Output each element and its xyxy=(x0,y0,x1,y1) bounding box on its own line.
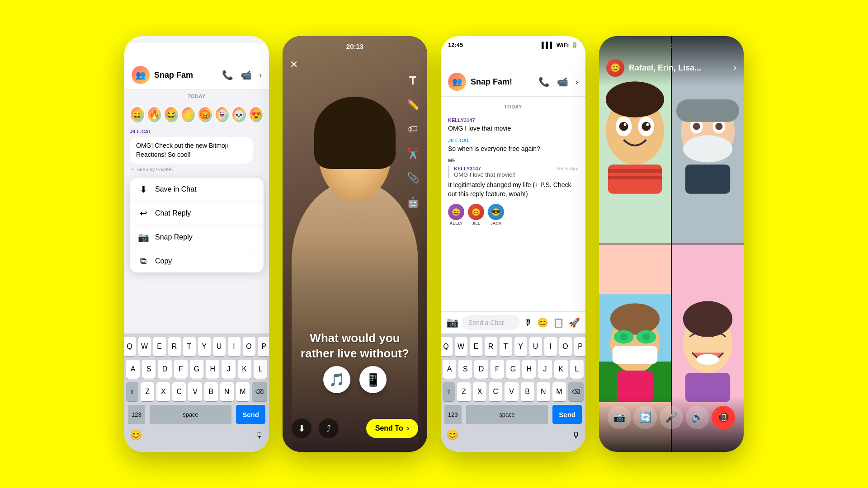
p3-key-u[interactable]: U xyxy=(529,337,542,356)
p3-space-key[interactable]: space xyxy=(466,405,548,424)
emoji-key[interactable]: 😊 xyxy=(130,429,142,441)
key-x[interactable]: X xyxy=(156,382,170,401)
p3-key-q[interactable]: Q xyxy=(441,337,453,356)
key-i[interactable]: I xyxy=(228,337,241,356)
p3-mic-key[interactable]: 🎙 xyxy=(572,431,580,440)
save-in-chat-option[interactable]: ⬇ Save in Chat xyxy=(130,178,264,202)
p3-key-x[interactable]: X xyxy=(473,382,486,401)
key-d[interactable]: D xyxy=(158,360,171,379)
p3-key-d[interactable]: D xyxy=(474,360,488,379)
mic-input-icon[interactable]: 🎙 xyxy=(524,318,533,328)
key-o[interactable]: O xyxy=(243,337,255,356)
call-chevron[interactable]: › xyxy=(733,62,736,74)
download-button[interactable]: ⬇ xyxy=(292,418,311,438)
key-s[interactable]: S xyxy=(142,360,156,379)
key-r[interactable]: R xyxy=(168,337,181,356)
key-t[interactable]: T xyxy=(183,337,196,356)
p3-key-n[interactable]: N xyxy=(537,382,550,401)
p3-key-g[interactable]: G xyxy=(506,360,520,379)
sticker-input-icon[interactable]: 📋 xyxy=(553,317,564,328)
p3-key-p[interactable]: P xyxy=(574,337,586,356)
phone3-video-icon[interactable]: 📹 xyxy=(557,76,568,87)
choice-phone[interactable]: 📱 xyxy=(359,366,387,393)
phone3-chevron[interactable]: › xyxy=(576,77,578,87)
video-icon[interactable]: 📹 xyxy=(241,70,252,80)
p3-num-key[interactable]: 123 xyxy=(444,405,462,424)
jack-avatar: 😎 xyxy=(488,204,504,220)
p3-key-l[interactable]: L xyxy=(570,360,584,379)
p3-key-v[interactable]: V xyxy=(505,382,518,401)
num-key[interactable]: 123 xyxy=(128,405,145,424)
p3-shift-key[interactable]: ⇧ xyxy=(443,382,455,401)
key-w[interactable]: W xyxy=(138,337,151,356)
key-z[interactable]: Z xyxy=(141,382,154,401)
snap-reply-option[interactable]: 📷 Snap Reply xyxy=(130,225,264,249)
chat-reply-option[interactable]: ↩ Chat Reply xyxy=(130,202,264,225)
p3-key-c[interactable]: C xyxy=(489,382,502,401)
header-icons: 📞 📹 › xyxy=(222,70,262,80)
p3-key-r[interactable]: R xyxy=(485,337,497,356)
share-button[interactable]: ⤴ xyxy=(319,418,339,438)
key-k[interactable]: K xyxy=(238,360,251,379)
end-call-button[interactable]: 📵 xyxy=(712,406,735,429)
p3-key-y[interactable]: Y xyxy=(514,337,527,356)
key-q[interactable]: Q xyxy=(124,337,136,356)
p3-key-k[interactable]: K xyxy=(554,360,568,379)
key-m[interactable]: M xyxy=(236,382,250,401)
choice-music[interactable]: 🎵 xyxy=(323,366,350,393)
close-button[interactable]: ✕ xyxy=(290,59,298,70)
signal-icon: ▌▌▌ xyxy=(542,42,554,48)
key-y[interactable]: Y xyxy=(198,337,211,356)
p3-backspace-key[interactable]: ⌫ xyxy=(568,382,584,401)
p3-key-h[interactable]: H xyxy=(522,360,536,379)
p3-key-j[interactable]: J xyxy=(538,360,552,379)
key-h[interactable]: H xyxy=(206,360,219,379)
mic-key[interactable]: 🎙 xyxy=(255,431,264,440)
camera-toggle-button[interactable]: 📷 xyxy=(608,406,631,429)
key-p[interactable]: P xyxy=(258,337,269,356)
mute-button[interactable]: 🎤 xyxy=(660,406,683,429)
call-icon[interactable]: 📞 xyxy=(222,70,233,80)
key-f[interactable]: F xyxy=(174,360,188,379)
p3-key-f[interactable]: F xyxy=(491,360,504,379)
p3-key-a[interactable]: A xyxy=(443,360,456,379)
send-key[interactable]: Send xyxy=(236,405,265,424)
shift-key[interactable]: ⇧ xyxy=(126,382,138,401)
mute-icon: 🎤 xyxy=(665,412,677,423)
call-controls: 📷 🔄 🎤 🔊 📵 xyxy=(599,397,744,452)
p3-send-key[interactable]: Send xyxy=(552,405,582,424)
chat-input-box[interactable]: Send a Chat xyxy=(462,315,520,330)
p3-key-e[interactable]: E xyxy=(470,337,482,356)
space-key[interactable]: space xyxy=(150,405,232,424)
rocket-input-icon[interactable]: 🚀 xyxy=(569,317,580,328)
p3-key-t[interactable]: T xyxy=(500,337,512,356)
chevron-icon[interactable]: › xyxy=(259,70,262,80)
p3-key-s[interactable]: S xyxy=(458,360,472,379)
send-to-button[interactable]: Send To › xyxy=(366,419,418,438)
key-j[interactable]: J xyxy=(222,360,235,379)
p3-key-m[interactable]: M xyxy=(552,382,566,401)
p3-key-i[interactable]: I xyxy=(544,337,557,356)
copy-option[interactable]: ⧉ Copy xyxy=(130,249,264,272)
p3-key-z[interactable]: Z xyxy=(457,382,471,401)
key-u[interactable]: U xyxy=(213,337,226,356)
key-b[interactable]: B xyxy=(204,382,218,401)
key-g[interactable]: G xyxy=(190,360,203,379)
key-l[interactable]: L xyxy=(254,360,267,379)
emoji-input-icon[interactable]: 😊 xyxy=(537,317,548,328)
p3-emoji-key[interactable]: 😊 xyxy=(446,429,458,441)
speaker-button[interactable]: 🔊 xyxy=(686,406,709,429)
key-v[interactable]: V xyxy=(188,382,202,401)
camera-input-icon[interactable]: 📷 xyxy=(446,317,458,328)
jack-avatar-label: JACK xyxy=(491,221,502,225)
p3-key-o[interactable]: O xyxy=(559,337,572,356)
backspace-key[interactable]: ⌫ xyxy=(252,382,267,401)
phone3-call-icon[interactable]: 📞 xyxy=(538,76,550,87)
flip-camera-button[interactable]: 🔄 xyxy=(633,406,657,429)
key-e[interactable]: E xyxy=(153,337,166,356)
p3-key-b[interactable]: B xyxy=(521,382,534,401)
p3-key-w[interactable]: W xyxy=(455,337,467,356)
key-c[interactable]: C xyxy=(172,382,186,401)
key-n[interactable]: N xyxy=(220,382,234,401)
key-a[interactable]: A xyxy=(126,360,140,379)
